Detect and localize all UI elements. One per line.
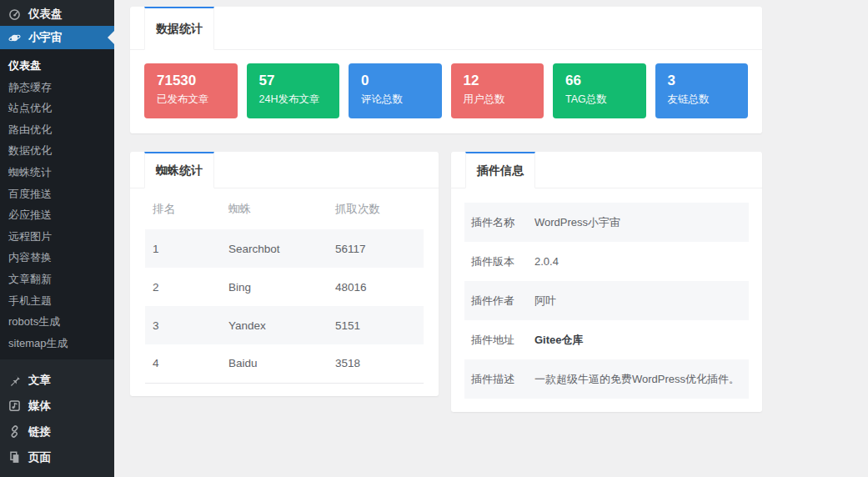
submenu-item-route-optimize[interactable]: 路由优化 [0, 119, 114, 141]
gitee-repo-link[interactable]: Gitee仓库 [534, 333, 584, 348]
xiaoyuzhou-submenu: 仪表盘 静态缓存 站点优化 路由优化 数据优化 蜘蛛统计 百度推送 必应推送 远… [0, 49, 114, 359]
plugin-address-row: 插件地址 Gitee仓库 [464, 320, 749, 359]
submenu-item-data-optimize[interactable]: 数据优化 [0, 140, 114, 162]
submenu-item-static-cache[interactable]: 静态缓存 [0, 77, 114, 98]
cell-spider: Yandex [221, 306, 328, 344]
stat-value: 3 [668, 73, 742, 89]
plugin-author-label: 插件作者 [471, 294, 534, 309]
current-menu-arrow-icon [108, 31, 114, 44]
submenu-item-remote-images[interactable]: 远程图片 [0, 226, 114, 248]
plugin-name-label: 插件名称 [471, 215, 534, 230]
col-crawls: 抓取次数 [328, 188, 424, 229]
pages-icon [8, 451, 21, 464]
submenu-item-sitemap-gen[interactable]: sitemap生成 [0, 333, 114, 354]
submenu-item-bing-push[interactable]: 必应推送 [0, 204, 114, 226]
cell-spider: Bing [221, 268, 328, 306]
stat-friend-links-total: 3 友链总数 [655, 63, 749, 118]
sidebar-item-media[interactable]: 媒体 [0, 393, 114, 419]
tab-data-stats[interactable]: 数据统计 [144, 7, 214, 50]
stat-comments-total: 0 评论总数 [349, 63, 442, 118]
sidebar-bottom-menu: 文章 媒体 链接 [0, 367, 114, 477]
submenu-item-article-refresh[interactable]: 文章翻新 [0, 269, 114, 290]
cell-crawls: 48016 [328, 268, 424, 306]
submenu-item-dashboard[interactable]: 仪表盘 [0, 55, 114, 77]
sidebar-item-pages[interactable]: 页面 [0, 444, 114, 470]
submenu-item-baidu-push[interactable]: 百度推送 [0, 183, 114, 205]
planet-icon [8, 32, 21, 44]
cell-rank: 1 [145, 229, 221, 268]
plugin-description-value: 一款超级牛逼的免费WordPress优化插件。 [534, 372, 740, 387]
sidebar-top-menu: 仪表盘 小宇宙 [0, 0, 114, 49]
table-row: 2 Bing 48016 [145, 268, 424, 306]
cell-crawls: 5151 [328, 306, 424, 344]
tab-plugin-info[interactable]: 插件信息 [465, 152, 535, 188]
sidebar-item-partial[interactable] [0, 470, 114, 477]
plugin-author-value: 阿叶 [534, 294, 556, 309]
stat-value: 66 [565, 73, 640, 89]
stat-24h-posts: 57 24H发布文章 [247, 63, 340, 118]
sidebar-item-label: 文章 [28, 373, 51, 388]
data-stats-tabbar: 数据统计 [130, 7, 762, 50]
submenu-item-content-replace[interactable]: 内容替换 [0, 247, 114, 269]
sidebar-item-label: 页面 [28, 450, 51, 465]
spider-table-header: 排名 蜘蛛 抓取次数 [145, 188, 424, 229]
plugin-info-card: 插件信息 插件名称 WordPress小宇宙 插件版本 2.0.4 插件作者 阿… [451, 152, 762, 412]
stat-value: 12 [464, 73, 538, 89]
stat-label: 24H发布文章 [259, 93, 334, 107]
sidebar-item-label: 链接 [28, 424, 51, 439]
plugin-tabbar: 插件信息 [451, 152, 762, 188]
sidebar-item-xiaoyuzhou[interactable]: 小宇宙 [0, 26, 114, 49]
main-content: 数据统计 71530 已发布文章 57 24H发布文章 0 评论总数 12 用户… [114, 0, 868, 477]
stat-users-total: 12 用户总数 [451, 63, 544, 118]
stat-value: 0 [361, 73, 435, 89]
sidebar-item-label: 仪表盘 [28, 7, 63, 22]
cell-rank: 3 [145, 306, 221, 344]
stats-row: 71530 已发布文章 57 24H发布文章 0 评论总数 12 用户总数 66 [130, 50, 762, 133]
plugin-author-row: 插件作者 阿叶 [464, 281, 749, 320]
table-row: 1 Searchbot 56117 [145, 229, 424, 268]
stat-tags-total: 66 TAG总数 [553, 63, 646, 118]
sidebar-item-label: 小宇宙 [28, 30, 63, 45]
plugin-version-value: 2.0.4 [534, 255, 559, 268]
cell-rank: 4 [145, 344, 221, 383]
plugin-description-label: 插件描述 [471, 372, 534, 387]
stat-label: 已发布文章 [157, 93, 231, 107]
plugin-version-row: 插件版本 2.0.4 [464, 242, 749, 281]
submenu-item-site-optimize[interactable]: 站点优化 [0, 98, 114, 119]
spider-table: 排名 蜘蛛 抓取次数 1 Searchbot 56117 2 [145, 188, 424, 384]
media-icon [8, 399, 21, 412]
cell-spider: Searchbot [221, 229, 328, 268]
plugin-version-label: 插件版本 [471, 254, 534, 269]
sidebar-item-label: 媒体 [28, 399, 51, 414]
stat-published-posts: 71530 已发布文章 [144, 63, 238, 118]
col-spider: 蜘蛛 [221, 188, 328, 229]
cell-rank: 2 [145, 268, 221, 306]
cell-crawls: 56117 [328, 229, 424, 268]
plugin-description-row: 插件描述 一款超级牛逼的免费WordPress优化插件。 [464, 359, 749, 399]
sidebar-item-links[interactable]: 链接 [0, 419, 114, 444]
stat-label: 评论总数 [361, 93, 435, 107]
table-row: 3 Yandex 5151 [145, 306, 424, 344]
stat-label: TAG总数 [565, 93, 640, 107]
plugin-name-row: 插件名称 WordPress小宇宙 [464, 203, 749, 242]
spider-stats-card: 蜘蛛统计 排名 蜘蛛 抓取次数 1 Searchbot [130, 152, 439, 396]
sidebar-item-dashboard[interactable]: 仪表盘 [0, 3, 114, 26]
link-icon [8, 425, 21, 438]
tab-spider-stats[interactable]: 蜘蛛统计 [144, 152, 214, 188]
stat-value: 57 [259, 73, 334, 89]
submenu-item-mobile-theme[interactable]: 手机主题 [0, 290, 114, 312]
submenu-item-spider-stats[interactable]: 蜘蛛统计 [0, 162, 114, 183]
stat-value: 71530 [157, 73, 231, 89]
admin-sidebar: 仪表盘 小宇宙 仪表盘 静态缓存 站点优化 路由优化 数据优化 蜘蛛统计 百度推… [0, 0, 114, 477]
plugin-name-value: WordPress小宇宙 [534, 215, 620, 230]
table-row: 4 Baidu 3518 [145, 344, 424, 383]
plugin-info-list: 插件名称 WordPress小宇宙 插件版本 2.0.4 插件作者 阿叶 插件地… [451, 188, 762, 399]
data-stats-card: 数据统计 71530 已发布文章 57 24H发布文章 0 评论总数 12 用户… [130, 7, 762, 133]
spider-tabbar: 蜘蛛统计 [130, 152, 439, 188]
submenu-item-robots-gen[interactable]: robots生成 [0, 311, 114, 333]
sidebar-item-posts[interactable]: 文章 [0, 367, 114, 393]
cell-spider: Baidu [221, 344, 328, 383]
stat-label: 用户总数 [464, 93, 538, 107]
wp-admin-dashboard: 仪表盘 小宇宙 仪表盘 静态缓存 站点优化 路由优化 数据优化 蜘蛛统计 百度推… [0, 0, 868, 477]
stat-label: 友链总数 [668, 93, 742, 107]
